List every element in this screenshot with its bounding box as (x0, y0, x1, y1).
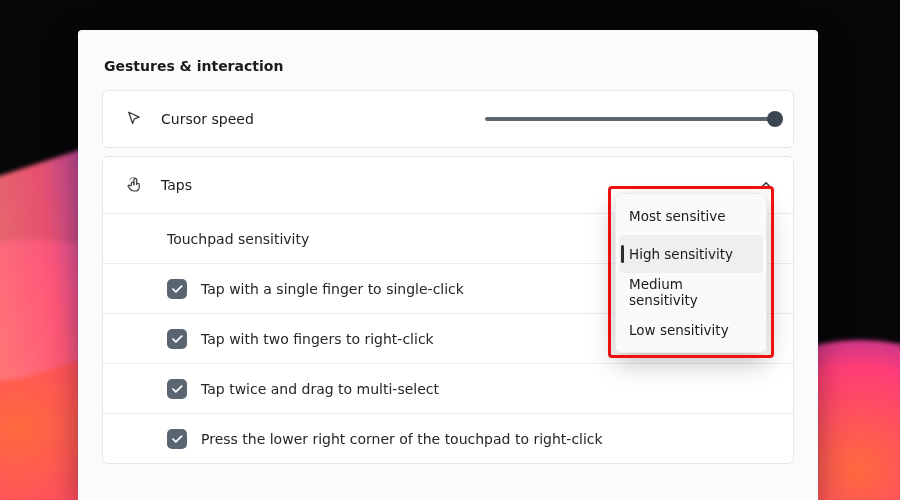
sensitivity-option-label: Medium sensitivity (629, 276, 753, 308)
checkbox-checked-icon[interactable] (167, 329, 187, 349)
sensitivity-option-label: High sensitivity (629, 246, 733, 262)
touchpad-sensitivity-label: Touchpad sensitivity (167, 231, 309, 247)
tap-option-label: Tap twice and drag to multi-select (201, 381, 439, 397)
sensitivity-option[interactable]: Most sensitive (619, 197, 763, 235)
tap-option-row[interactable]: Press the lower right corner of the touc… (103, 413, 793, 463)
sensitivity-option[interactable]: Low sensitivity (619, 311, 763, 349)
cursor-speed-label: Cursor speed (161, 111, 254, 127)
sensitivity-option-label: Low sensitivity (629, 322, 729, 338)
tap-option-row[interactable]: Tap twice and drag to multi-select (103, 363, 793, 413)
cursor-speed-row: Cursor speed (103, 91, 793, 147)
checkbox-checked-icon[interactable] (167, 429, 187, 449)
checkbox-checked-icon[interactable] (167, 279, 187, 299)
cursor-speed-slider[interactable] (485, 117, 775, 121)
cursor-speed-card: Cursor speed (102, 90, 794, 148)
sensitivity-option[interactable]: Medium sensitivity (619, 273, 763, 311)
tap-option-label: Tap with a single finger to single-click (201, 281, 464, 297)
slider-thumb[interactable] (767, 111, 783, 127)
tap-icon (121, 176, 147, 194)
section-title: Gestures & interaction (104, 58, 792, 74)
sensitivity-option-label: Most sensitive (629, 208, 726, 224)
taps-label: Taps (161, 177, 192, 193)
sensitivity-option[interactable]: High sensitivity (619, 235, 763, 273)
tap-option-label: Press the lower right corner of the touc… (201, 431, 603, 447)
sensitivity-dropdown: Most sensitive High sensitivity Medium s… (615, 193, 767, 353)
tap-option-label: Tap with two fingers to right-click (201, 331, 434, 347)
checkbox-checked-icon[interactable] (167, 379, 187, 399)
cursor-icon (121, 110, 147, 128)
chevron-up-icon (757, 176, 775, 194)
